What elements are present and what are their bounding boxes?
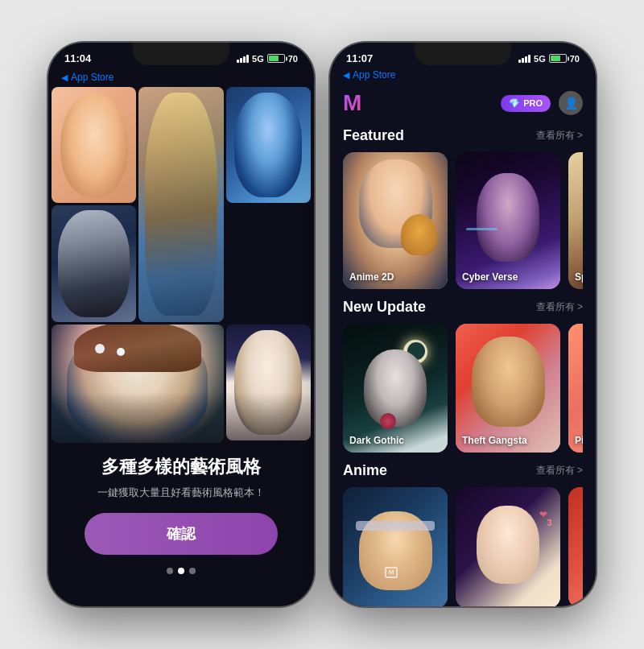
- main-container: 11:04 5G 70 App Store: [32, 27, 612, 622]
- card-dark-gothic-label: Dark Gothic: [349, 435, 404, 446]
- app-logo: M: [343, 90, 361, 116]
- anime-title: Anime: [343, 462, 387, 479]
- left-app-store-bar[interactable]: App Store: [48, 68, 314, 86]
- right-battery-icon: [549, 54, 567, 63]
- featured-title: Featured: [343, 127, 404, 144]
- pro-label: PRO: [523, 98, 543, 108]
- header-right: 💎 PRO 👤: [501, 91, 583, 115]
- sub-title: 一鍵獲取大量且好看藝術風格範本！: [97, 486, 265, 500]
- right-time: 11:07: [346, 52, 373, 64]
- avatar[interactable]: 👤: [559, 91, 583, 115]
- right-header: M 💎 PRO 👤: [330, 85, 596, 124]
- right-network: 5G: [534, 54, 546, 64]
- card-theft-gangsta-label: Theft Gangsta: [462, 435, 527, 446]
- right-screen: 11:07 5G 70 App Store: [330, 43, 596, 606]
- card-cyber-label: Cyber Verse: [462, 271, 518, 283]
- card-cyber-verse[interactable]: ✕ Cyber Verse: [456, 152, 560, 289]
- new-update-section: New Update 查看所有 > Dark Gothic: [330, 296, 596, 459]
- baby-figure: [52, 87, 136, 203]
- right-app-store-bar[interactable]: App Store: [330, 68, 596, 85]
- card-spirited[interactable]: Spirited: [568, 152, 583, 289]
- card-anime-2d[interactable]: Anime 2D: [343, 152, 448, 289]
- featured-section: Featured 查看所有 > Anime 2D ✕: [330, 124, 596, 296]
- art-cell-ninja: [52, 205, 136, 321]
- art-cell-baby: [52, 87, 136, 203]
- card-spirited-label: Spirited: [575, 271, 583, 283]
- right-status-right: 5G 70: [518, 54, 580, 64]
- confirm-button[interactable]: 確認: [85, 513, 278, 555]
- left-screen: 11:04 5G 70 App Store: [48, 43, 314, 606]
- new-update-title: New Update: [343, 299, 426, 316]
- right-app-store-label: App Store: [353, 69, 395, 81]
- bottom-overlay: 多種多樣的藝術風格 一鍵獲取大量且好看藝術風格範本！ 確認: [48, 392, 314, 606]
- featured-see-all[interactable]: 查看所有 >: [536, 129, 583, 143]
- left-status-right: 5G 70: [237, 54, 298, 64]
- card-pirate[interactable]: Pirate 1: [568, 324, 583, 453]
- card-anime-ninja[interactable]: ♦ M: [343, 487, 448, 606]
- diamond-icon: 💎: [509, 98, 520, 109]
- art-cell-blonde: [138, 87, 223, 322]
- card-theft-gangsta[interactable]: ♦ Theft Gangsta: [456, 324, 560, 453]
- left-app-store-label: App Store: [71, 72, 114, 83]
- new-update-cards-row: Dark Gothic ♦ Theft Gangsta: [343, 324, 583, 453]
- anime-see-all[interactable]: 查看所有 >: [536, 464, 583, 477]
- ninja-figure: [52, 205, 136, 321]
- pro-badge[interactable]: 💎 PRO: [501, 95, 551, 112]
- blue-figure: [226, 87, 311, 203]
- card-dark-gothic[interactable]: Dark Gothic: [343, 324, 448, 453]
- new-update-see-all[interactable]: 查看所有 >: [536, 300, 583, 314]
- dot-1: [167, 568, 173, 574]
- art-cell-blue: [226, 87, 311, 203]
- right-battery: 70: [570, 54, 580, 64]
- anime-cards-row: ♦ M ❤: [343, 487, 583, 606]
- card-anime-maid[interactable]: ❤ 3: [456, 487, 560, 606]
- featured-cards-row: Anime 2D ✕ Cyber Verse: [343, 152, 583, 289]
- left-network: 5G: [252, 54, 264, 64]
- right-phone: 11:07 5G 70 App Store: [330, 43, 596, 606]
- left-phone: 11:04 5G 70 App Store: [48, 43, 314, 606]
- page-dots: [167, 568, 196, 574]
- anime-section-header: Anime 查看所有 >: [343, 462, 583, 479]
- card-pirate-label: Pirate 1: [575, 435, 583, 446]
- main-title: 多種多樣的藝術風格: [101, 455, 261, 479]
- battery-icon: [267, 54, 285, 63]
- user-icon: 👤: [564, 97, 578, 110]
- left-time: 11:04: [64, 52, 91, 64]
- dot-3: [189, 568, 196, 574]
- signal-icon: [237, 55, 249, 63]
- card-anime-partial[interactable]: [568, 487, 583, 606]
- card-anime2d-label: Anime 2D: [349, 271, 394, 283]
- dot-2: [178, 568, 184, 574]
- left-battery: 70: [288, 54, 298, 64]
- featured-section-header: Featured 查看所有 >: [343, 127, 583, 144]
- anime-section: Anime 查看所有 > ♦ M: [330, 459, 596, 606]
- blonde-figure: [138, 87, 223, 322]
- art-mosaic: [48, 43, 314, 449]
- right-status-bar: 11:07 5G 70: [330, 43, 596, 68]
- new-update-section-header: New Update 查看所有 >: [343, 299, 583, 316]
- left-status-bar: 11:04 5G 70: [48, 43, 314, 68]
- right-signal-icon: [518, 55, 530, 63]
